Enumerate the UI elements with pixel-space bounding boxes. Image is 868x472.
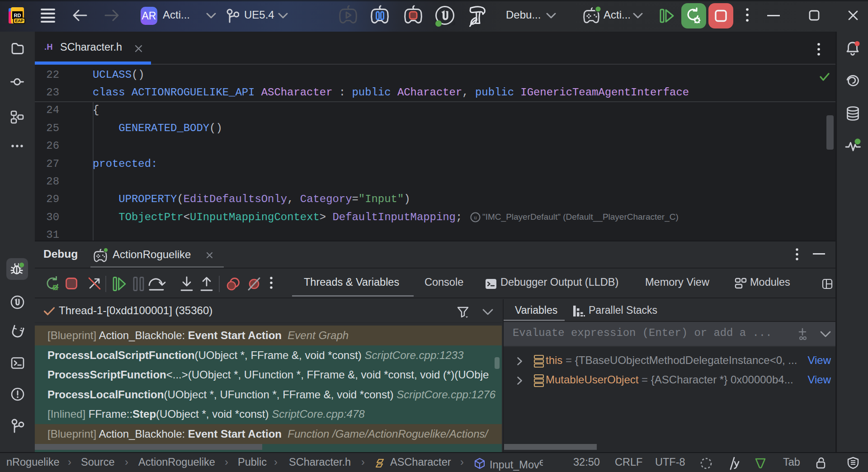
svg-text:u: u — [474, 214, 477, 221]
